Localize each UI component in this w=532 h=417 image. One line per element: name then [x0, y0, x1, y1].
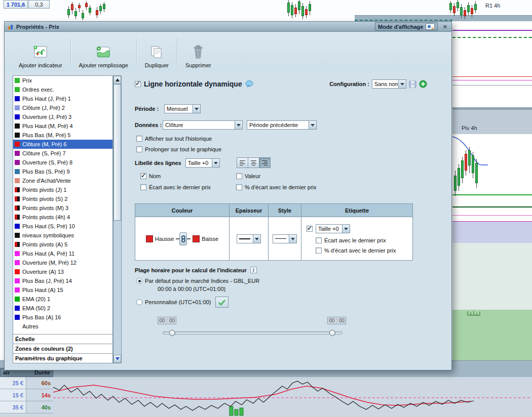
thickness-select[interactable]: [237, 234, 261, 243]
sidebar-item[interactable]: Ouverture (M, Pré) 12: [13, 258, 112, 267]
align-right-button[interactable]: [259, 157, 271, 168]
sidebar-item[interactable]: Plus Haut (S, Pré) 10: [13, 222, 112, 231]
time-range-slider[interactable]: [163, 331, 343, 335]
delete-button[interactable]: Supprimer: [178, 34, 218, 71]
align-left-button[interactable]: [237, 157, 248, 168]
spread-checkbox[interactable]: [140, 184, 146, 190]
sidebar-item[interactable]: EMA (20) 1: [13, 295, 112, 304]
delete-label: Supprimer: [185, 62, 211, 68]
link-colors-toggle[interactable]: [179, 232, 187, 245]
reference-period-select[interactable]: Période précédente: [247, 120, 317, 130]
candlestick: [458, 168, 460, 186]
sidebar-section[interactable]: Zones de couleurs (2): [13, 344, 112, 353]
name-checkbox[interactable]: [140, 173, 146, 179]
add-indicator-button[interactable]: Ajouter indicateur: [12, 34, 69, 71]
table-pct-spread-label: % d'écart avec le dernier prix: [324, 247, 396, 254]
donnees-select[interactable]: Clôture: [163, 120, 243, 130]
sidebar-item[interactable]: Ouverture (J, Pré) 3: [13, 112, 112, 121]
sidebar-item[interactable]: Points pivots (J) 1: [13, 185, 112, 194]
candlestick: [461, 160, 464, 178]
list-scrollbar[interactable]: [113, 75, 122, 363]
sidebar-item[interactable]: Points pivots (S) 2: [13, 194, 112, 203]
table-spread-checkbox[interactable]: [316, 237, 322, 243]
scroll-up-button[interactable]: [113, 76, 121, 84]
item-label: Points pivots (A) 5: [22, 241, 67, 247]
chevron-down-icon: [235, 121, 242, 129]
sidebar-item[interactable]: Clôture (M, Pré) 6: [13, 140, 112, 149]
chevron-down-icon: [309, 121, 316, 129]
sidebar-item[interactable]: Clôture (S, Pré) 7: [13, 149, 112, 158]
screen: 1 701,6 0,3 R1 4h Piv 4h és alr Durée: [0, 0, 532, 417]
table-spread-label: Écart avec le dernier prix: [324, 237, 386, 243]
sidebar-item[interactable]: Plus Haut (A) 15: [13, 285, 112, 295]
mini-duration-cell: 40s: [26, 401, 53, 413]
r1-level-label: R1 4h: [485, 3, 500, 9]
chevron-down-icon: [289, 235, 296, 243]
label-size-select[interactable]: Taille +0: [185, 158, 220, 168]
scroll-down-button[interactable]: [113, 355, 121, 363]
sidebar-item[interactable]: Plus Bas (A) 16: [13, 313, 112, 322]
sidebar-item[interactable]: Ordres exec.: [13, 85, 112, 94]
pct-spread-checkbox[interactable]: [236, 184, 242, 190]
add-config-icon[interactable]: [419, 80, 427, 88]
item-label: Plus Haut (A) 15: [22, 287, 63, 293]
sidebar-item[interactable]: Plus Bas (S, Pré) 9: [13, 167, 112, 176]
comment-bubble-icon[interactable]: [245, 80, 253, 88]
sidebar-item[interactable]: Ouverture (A) 13: [13, 267, 112, 276]
sidebar-item[interactable]: Zone d'Achat/Vente: [13, 176, 112, 185]
sidebar-item[interactable]: Points pivots (4h) 4: [13, 213, 112, 222]
sidebar-item[interactable]: Plus Haut (J, Pré) 1: [13, 94, 112, 103]
scrollbar-thumb[interactable]: [113, 84, 121, 221]
candlestick: [298, 2, 300, 10]
custom-range-radio[interactable]: [136, 299, 142, 305]
hausse-color-swatch[interactable]: [146, 235, 153, 242]
apply-custom-range-button[interactable]: [215, 297, 229, 308]
slider-handle-end[interactable]: [329, 330, 335, 336]
sidebar-item[interactable]: Autres: [13, 322, 112, 331]
pink-line: [452, 215, 532, 216]
toolbar-divider: [136, 38, 137, 67]
pct-spread-label: % d'écart avec le dernier prix: [245, 184, 317, 190]
default-market-radio[interactable]: [136, 278, 142, 284]
slider-handle-start[interactable]: [169, 330, 175, 336]
item-color-swatch: [15, 233, 20, 238]
sidebar-item[interactable]: Clôture (J, Pré) 2: [13, 103, 112, 112]
sidebar-item[interactable]: Plus Haut (M, Pré) 4: [13, 121, 112, 131]
duplicate-button[interactable]: Dupliquer: [138, 34, 176, 71]
configuration-label: Configuration :: [329, 81, 369, 87]
info-icon[interactable]: [250, 267, 257, 273]
label-size-checkbox[interactable]: [307, 226, 313, 232]
value-checkbox[interactable]: [236, 173, 242, 179]
sidebar-item[interactable]: Plus Bas (M, Pré) 5: [13, 131, 112, 140]
baisse-color-swatch[interactable]: [193, 235, 200, 242]
sidebar-section[interactable]: Échelle: [13, 334, 112, 344]
show-history-checkbox[interactable]: [136, 136, 142, 142]
save-config-icon[interactable]: [409, 80, 416, 88]
extend-chart-checkbox[interactable]: [136, 146, 142, 152]
sidebar-item[interactable]: Points pivots (M) 3: [13, 203, 112, 213]
table-pct-spread-checkbox[interactable]: [316, 247, 322, 254]
item-label: Points pivots (M) 3: [22, 205, 68, 211]
sidebar-section[interactable]: Paramètres du graphique: [13, 353, 112, 363]
configuration-select[interactable]: Sans nom*: [372, 79, 406, 89]
label-size-select-2[interactable]: Taille +0: [316, 224, 350, 233]
item-color-swatch: [15, 187, 20, 192]
sidebar-item[interactable]: Points pivots (A) 5: [13, 240, 112, 249]
sidebar-item[interactable]: Ouverture (S, Pré) 8: [13, 158, 112, 167]
dialog-titlebar[interactable]: Propriétés - Prix Mode d'affichage ×: [5, 22, 451, 32]
chevron-down-icon: [253, 235, 260, 243]
sidebar-item[interactable]: niveaux symboliques: [13, 231, 112, 240]
item-color-swatch: [15, 205, 20, 211]
indicator-enabled-checkbox[interactable]: [135, 81, 141, 87]
sidebar-item[interactable]: Prix: [13, 76, 112, 85]
add-fill-button[interactable]: Ajouter remplissage: [72, 34, 135, 71]
periode-select[interactable]: Mensuel: [164, 104, 201, 113]
item-color-swatch: [15, 315, 20, 320]
sidebar-item[interactable]: Plus Bas (J, Pré) 14: [13, 276, 112, 285]
sidebar-item[interactable]: Plus Haut (A, Pré) 11: [13, 249, 112, 258]
sidebar-item[interactable]: EMA (50) 2: [13, 304, 112, 313]
display-mode-button[interactable]: Mode d'affichage: [375, 22, 438, 31]
close-button[interactable]: ×: [441, 23, 448, 30]
align-center-button[interactable]: [248, 157, 259, 168]
line-style-select[interactable]: [273, 234, 297, 243]
